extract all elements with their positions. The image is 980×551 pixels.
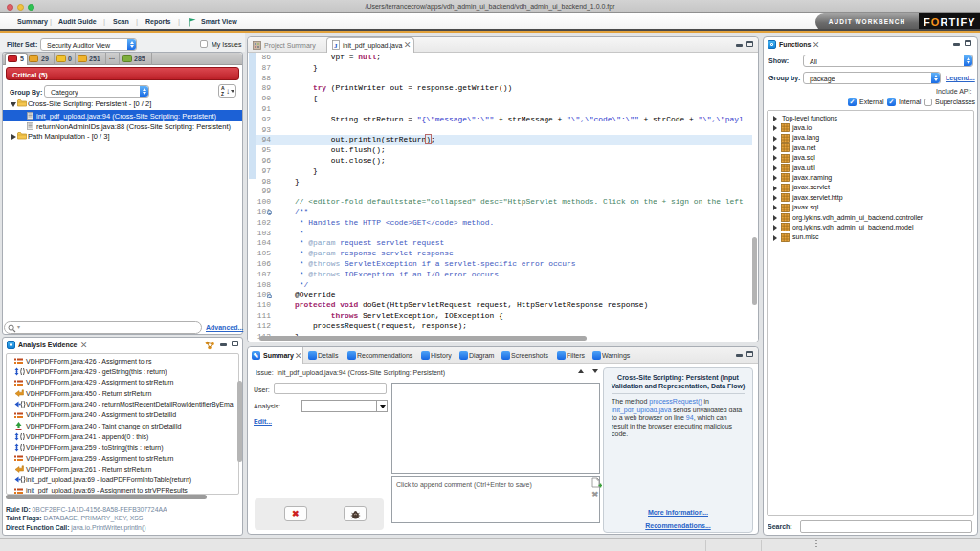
svg-text:J: J [334, 42, 338, 50]
